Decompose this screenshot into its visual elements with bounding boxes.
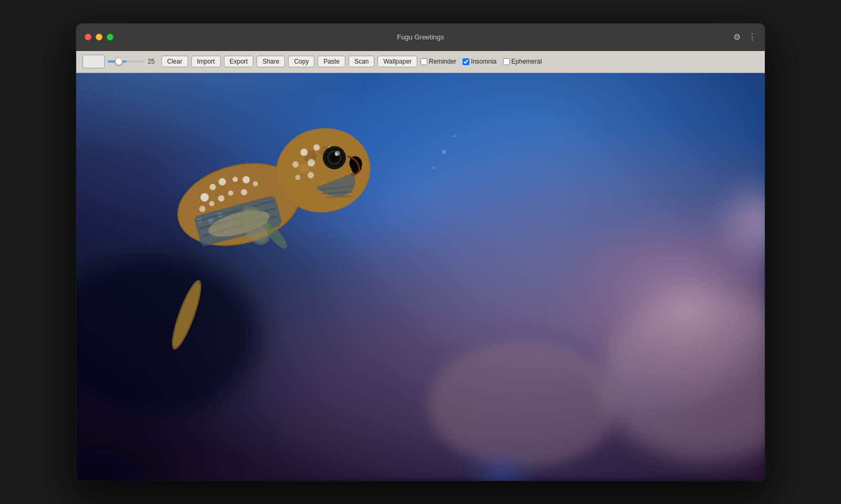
extensions-icon[interactable]: ⚙: [733, 32, 741, 42]
ephemeral-checkbox-group: Ephemeral: [503, 58, 545, 65]
traffic-lights: [85, 34, 114, 40]
reminder-checkbox-group: Reminder: [420, 58, 459, 65]
brush-size-control: 25: [108, 58, 158, 65]
ephemeral-checkbox[interactable]: [503, 58, 510, 65]
window-title: Fugu Greetings: [397, 33, 444, 41]
fish-illustration: [76, 73, 765, 481]
ephemeral-label[interactable]: Ephemeral: [511, 58, 542, 65]
export-button[interactable]: Export: [224, 56, 254, 67]
canvas-area[interactable]: [76, 73, 765, 481]
share-button[interactable]: Share: [257, 56, 285, 67]
maximize-button[interactable]: [107, 34, 114, 40]
minimize-button[interactable]: [96, 34, 102, 40]
reminder-label[interactable]: Reminder: [429, 58, 456, 65]
wallpaper-button[interactable]: Wallpaper: [377, 56, 417, 67]
fish-wallpaper: [76, 73, 765, 481]
svg-point-63: [454, 135, 456, 137]
app-window: Fugu Greetings ⚙ ⋮ 25 Clear Import Expor…: [76, 24, 765, 481]
clear-button[interactable]: Clear: [161, 56, 188, 67]
slider-value: 25: [148, 58, 158, 65]
titlebar: Fugu Greetings ⚙ ⋮: [76, 24, 765, 51]
brush-size-slider[interactable]: [108, 60, 145, 63]
insomnia-label[interactable]: Insomnia: [471, 58, 497, 65]
reminder-checkbox[interactable]: [420, 58, 427, 65]
color-swatch[interactable]: [83, 55, 105, 68]
import-button[interactable]: Import: [191, 56, 221, 67]
scan-button[interactable]: Scan: [348, 56, 374, 67]
svg-point-62: [442, 150, 446, 154]
copy-button[interactable]: Copy: [288, 56, 314, 67]
toolbar: 25 Clear Import Export Share Copy Paste …: [76, 51, 765, 73]
menu-icon[interactable]: ⋮: [748, 32, 756, 42]
titlebar-actions: ⚙ ⋮: [733, 32, 756, 42]
insomnia-checkbox-group: Insomnia: [463, 58, 500, 65]
paste-button[interactable]: Paste: [317, 56, 345, 67]
close-button[interactable]: [85, 34, 91, 40]
svg-point-64: [432, 166, 435, 169]
insomnia-checkbox[interactable]: [463, 58, 469, 65]
